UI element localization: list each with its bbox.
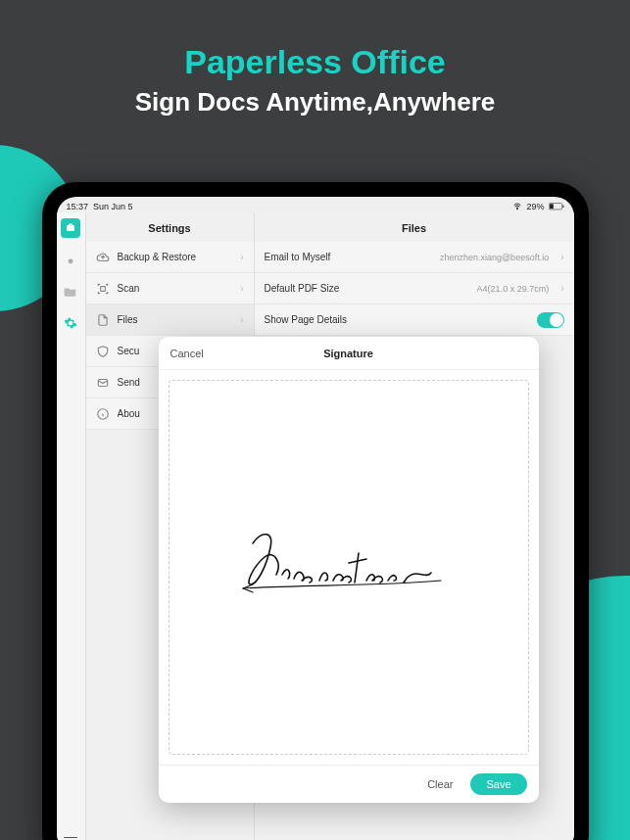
files-row-pdfsize[interactable]: Default PDF Size A4(21.0 x 29.7cm) › — [255, 273, 574, 304]
info-icon — [96, 407, 110, 421]
clear-button[interactable]: Clear — [417, 774, 462, 794]
cloud-upload-icon — [96, 251, 110, 264]
tablet-screen: 15:37 Sun Jun 5 29% ● — [57, 197, 574, 840]
promo-subtitle: Sign Docs Anytime,Anywhere — [0, 87, 630, 117]
sidebar-folder-icon[interactable] — [62, 283, 79, 301]
promo-title: Paperless Office — [0, 43, 630, 81]
settings-row-backup[interactable]: Backup & Restore › — [86, 242, 254, 273]
files-row-showdetails[interactable]: Show Page Details — [255, 304, 574, 336]
files-label: Default PDF Size — [265, 283, 469, 294]
status-right: 29% — [512, 202, 563, 211]
files-value: zhenzhen.xiang@beesoft.io — [440, 253, 549, 262]
chevron-right-icon: › — [240, 252, 243, 262]
sidebar-gear-icon[interactable] — [62, 314, 79, 332]
files-label: Email to Myself — [265, 252, 432, 262]
sidebar: ● — [57, 212, 86, 840]
settings-label: Scan — [118, 283, 233, 294]
cancel-button[interactable]: Cancel — [170, 348, 204, 359]
files-label: Show Page Details — [265, 314, 529, 325]
send-icon — [96, 376, 110, 390]
save-button[interactable]: Save — [470, 773, 526, 795]
toggle-switch[interactable] — [537, 312, 564, 328]
hamburger-icon[interactable] — [64, 837, 77, 841]
modal-title: Signature — [323, 348, 373, 359]
signature-drawing — [231, 524, 466, 612]
modal-footer: Clear Save — [159, 765, 539, 803]
modal-header: Cancel Signature — [159, 337, 539, 370]
status-battery: 29% — [526, 202, 544, 211]
status-bar: 15:37 Sun Jun 5 29% — [57, 197, 574, 212]
svg-rect-3 — [562, 205, 563, 208]
chevron-right-icon: › — [240, 283, 243, 294]
wifi-icon — [512, 203, 522, 210]
promo-block: Paperless Office Sign Docs Anytime,Anywh… — [0, 0, 630, 117]
signature-modal: Cancel Signature — [159, 337, 539, 803]
files-value: A4(21.0 x 29.7cm) — [477, 284, 550, 294]
signature-canvas[interactable] — [169, 380, 529, 755]
settings-header: Settings — [86, 212, 254, 242]
chevron-right-icon: › — [560, 283, 563, 294]
chevron-right-icon: › — [240, 314, 243, 325]
files-header: Files — [255, 212, 574, 242]
settings-label: Backup & Restore — [118, 252, 233, 262]
files-row-email[interactable]: Email to Myself zhenzhen.xiang@beesoft.i… — [255, 242, 574, 273]
status-time-date: 15:37 Sun Jun 5 — [67, 202, 133, 211]
svg-point-0 — [517, 208, 518, 209]
sidebar-dot-icon[interactable]: ● — [62, 252, 79, 269]
battery-icon — [549, 203, 564, 210]
settings-label: Files — [118, 314, 233, 325]
svg-rect-2 — [550, 204, 554, 209]
svg-rect-6 — [100, 286, 105, 291]
sidebar-app-icon[interactable] — [61, 218, 80, 238]
status-time: 15:37 — [67, 202, 89, 211]
tablet-frame: 15:37 Sun Jun 5 29% ● — [42, 182, 589, 840]
status-date: Sun Jun 5 — [93, 202, 133, 211]
scan-icon — [96, 282, 110, 296]
file-icon — [96, 313, 110, 327]
shield-icon — [96, 345, 110, 358]
svg-rect-4 — [67, 225, 74, 231]
settings-row-scan[interactable]: Scan › — [86, 273, 254, 304]
svg-rect-5 — [69, 224, 73, 226]
settings-row-files[interactable]: Files › — [86, 304, 254, 336]
chevron-right-icon: › — [560, 252, 563, 262]
signature-canvas-wrap — [159, 370, 539, 765]
